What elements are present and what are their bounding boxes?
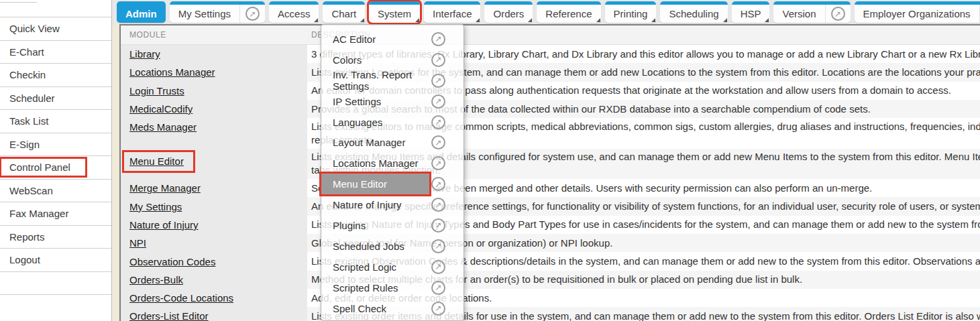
menu-item-open-in-new-button[interactable]: ↗: [429, 94, 464, 109]
menu-item-ac-editor[interactable]: AC Editor↗: [321, 29, 464, 50]
sidebar-item-label: Fax Manager: [9, 208, 68, 219]
module-link[interactable]: Meds Manager: [129, 121, 197, 133]
menu-item-scheduled-jobs[interactable]: Scheduled Jobs↗: [321, 236, 464, 257]
module-cell: Merge Manager: [121, 179, 307, 197]
open-in-new-icon: ↗: [431, 198, 445, 212]
module-link[interactable]: NPI: [129, 237, 146, 249]
tab-accent-strip: [773, 1, 850, 5]
menu-item-inv-trans-report-settings[interactable]: Inv. Trans. Report Settings↗: [321, 70, 464, 91]
table-row: Orders-Code LocationsAdd, edit, or delet…: [121, 289, 980, 307]
sidebar-item-e-chart[interactable]: E-Chart: [0, 40, 111, 64]
sidebar-item-webscan[interactable]: WebScan: [0, 179, 111, 202]
tab-my-settings[interactable]: My Settings↗: [170, 1, 265, 23]
table-row: Meds ManagerLists existing editors to ma…: [121, 118, 980, 149]
menu-item-open-in-new-button[interactable]: ↗: [429, 281, 464, 295]
menu-item-layout-manager[interactable]: Layout Manager↗: [321, 132, 464, 153]
module-link[interactable]: Menu Editor: [129, 155, 184, 167]
module-link[interactable]: Merge Manager: [129, 182, 201, 194]
module-link[interactable]: My Settings: [129, 201, 182, 212]
tab-hsp[interactable]: HSP: [732, 1, 770, 23]
menu-item-languages[interactable]: Languages↗: [321, 112, 464, 133]
tab-version[interactable]: Version↗: [773, 1, 850, 23]
sidebar-item-label: E-Chart: [9, 46, 44, 58]
sidebar-item-quick-view[interactable]: Quick View: [0, 17, 111, 40]
table-row: Nature of InjuryLists existing Nature of…: [121, 216, 980, 234]
open-in-new-icon: ↗: [431, 135, 445, 149]
tab-accent-strip: [732, 1, 770, 5]
sidebar-item-reports[interactable]: Reports: [0, 225, 111, 249]
menu-item-colors[interactable]: Colors↗: [321, 50, 464, 70]
sidebar-top-divider: [0, 2, 37, 3]
module-link[interactable]: Orders-Code Locations: [129, 292, 233, 304]
table-row: Observation CodesLists existing Observat…: [121, 252, 980, 270]
menu-item-ip-settings[interactable]: IP Settings↗: [321, 91, 464, 112]
module-link[interactable]: Orders-Bulk: [129, 274, 183, 285]
module-link[interactable]: Nature of Injury: [129, 219, 199, 231]
module-link[interactable]: Orders-List Editor: [129, 310, 209, 321]
tab-employer-organizations[interactable]: Employer Organizations↗: [855, 1, 980, 23]
menu-item-locations-manager[interactable]: Locations Manager↗: [321, 153, 464, 174]
sidebar-item-e-sign[interactable]: E-Sign: [0, 133, 111, 156]
sidebar-item-fax-manager[interactable]: Fax Manager: [0, 202, 111, 225]
module-column-header: MODULE: [121, 25, 307, 44]
module-link[interactable]: MedicalCodify: [129, 103, 193, 115]
sidebar-item-control-panel[interactable]: Control Panel: [0, 155, 111, 179]
menu-item-open-in-new-button[interactable]: ↗: [429, 260, 464, 274]
menu-item-menu-editor[interactable]: Menu Editor↗: [321, 174, 464, 194]
menu-item-nature-of-injury[interactable]: Nature of Injury↗: [321, 194, 464, 215]
module-table: MODULE DESCRIPTION Library3 different ty…: [119, 25, 980, 321]
menu-item-open-in-new-button[interactable]: ↗: [429, 239, 464, 253]
sidebar-item-logout[interactable]: Logout: [0, 248, 111, 271]
red-highlight-box: Control Panel: [1, 159, 85, 176]
module-cell: NPI: [121, 234, 307, 252]
menu-item-open-in-new-button[interactable]: ↗: [429, 302, 464, 316]
menu-item-open-in-new-button[interactable]: ↗: [429, 135, 464, 149]
module-link[interactable]: Library: [129, 48, 160, 60]
menu-item-spell-check[interactable]: Spell Check↗: [321, 298, 464, 319]
tab-orders[interactable]: Orders: [484, 1, 533, 23]
menu-item-label: Nature of Injury: [321, 194, 429, 215]
sidebar-item-pin[interactable]: [0, 271, 111, 295]
dropdown-fold-icon: [596, 18, 600, 22]
dropdown-fold-icon: [360, 18, 364, 22]
menu-item-scripted-rules[interactable]: Scripted Rules↗: [321, 277, 464, 298]
menu-item-open-in-new-button[interactable]: ↗: [429, 74, 464, 88]
tab-accent-strip: [537, 1, 600, 5]
module-cell: Orders-List Editor: [121, 307, 307, 321]
menu-item-open-in-new-button[interactable]: ↗: [429, 177, 464, 191]
content-top-border: [119, 24, 980, 25]
table-row: Login TrustsAn editor for domain control…: [121, 82, 980, 100]
table-row: NPIGlobal search tool for Name (person o…: [121, 234, 980, 252]
module-link[interactable]: Login Trusts: [129, 85, 184, 97]
tab-accent-strip: [323, 1, 365, 5]
system-dropdown-menu: AC Editor↗Colors↗Inv. Trans. Report Sett…: [321, 24, 464, 321]
menu-item-open-in-new-button[interactable]: ↗: [429, 156, 464, 170]
open-in-new-icon: ↗: [431, 281, 445, 295]
tab-interface[interactable]: Interface: [424, 1, 480, 23]
tab-accent-strip: [660, 1, 727, 5]
tab-chart[interactable]: Chart: [323, 1, 365, 23]
beige-gutter: [112, 24, 119, 321]
tab-accent-strip: [484, 1, 533, 5]
menu-item-open-in-new-button[interactable]: ↗: [429, 198, 464, 212]
menu-item-open-in-new-button[interactable]: ↗: [429, 218, 464, 233]
menu-item-label: Menu Editor: [321, 174, 429, 194]
menu-item-scripted-logic[interactable]: Scripted Logic↗: [321, 257, 464, 277]
left-sidebar: Quick ViewE-ChartCheckinSchedulerTask Li…: [0, 0, 112, 321]
menu-item-open-in-new-button[interactable]: ↗: [429, 115, 464, 129]
sidebar-item-task-list[interactable]: Task List: [0, 109, 111, 133]
menu-item-plugins[interactable]: Plugins↗: [321, 215, 464, 236]
module-link[interactable]: Observation Codes: [129, 256, 215, 267]
menu-item-open-in-new-button[interactable]: ↗: [429, 32, 464, 46]
module-cell: MedicalCodify: [121, 100, 307, 118]
tab-printing[interactable]: Printing: [605, 1, 657, 23]
tab-system[interactable]: System: [369, 1, 420, 23]
sidebar-item-scheduler[interactable]: Scheduler: [0, 86, 111, 110]
tab-reference[interactable]: Reference: [537, 1, 600, 23]
menu-item-open-in-new-button[interactable]: ↗: [429, 53, 464, 67]
sidebar-item-checkin[interactable]: Checkin: [0, 63, 111, 86]
tab-scheduling[interactable]: Scheduling: [660, 1, 727, 23]
tab-access[interactable]: Access: [269, 1, 319, 23]
module-link[interactable]: Locations Manager: [129, 66, 215, 78]
tab-admin[interactable]: Admin: [117, 1, 166, 23]
